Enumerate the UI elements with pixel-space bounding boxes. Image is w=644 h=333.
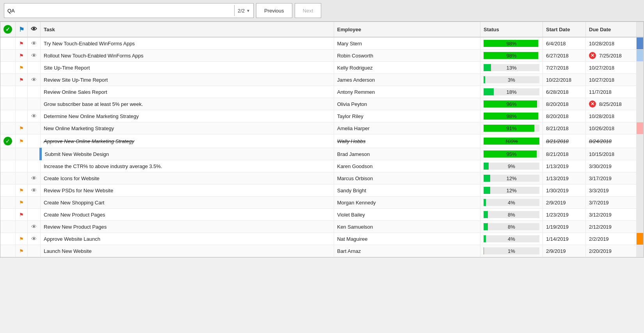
flag-cell[interactable]: ⚑ (16, 122, 28, 134)
flag-orange-icon[interactable]: ⚑ (19, 236, 24, 242)
start-date-cell: 6/27/2018 (543, 50, 586, 62)
table-row: ✓ ⚑ Approve New Online Marketing Strateg… (0, 134, 644, 148)
check-cell[interactable] (0, 209, 16, 221)
eye-icon[interactable]: 👁 (31, 52, 37, 59)
eye-cell[interactable] (28, 134, 41, 148)
flag-cell[interactable] (16, 172, 28, 184)
flag-cell[interactable]: ⚑ (16, 37, 28, 50)
col-employee-header[interactable]: Employee (334, 22, 480, 37)
eye-icon[interactable]: 👁 (31, 224, 37, 230)
col-status-header[interactable]: Status (480, 22, 543, 37)
flag-orange-icon[interactable]: ⚑ (19, 188, 24, 193)
flag-cell[interactable] (16, 221, 28, 233)
flag-cell[interactable]: ⚑ (16, 245, 28, 257)
eye-cell[interactable] (28, 209, 41, 221)
scroll-indicator-cell (637, 197, 644, 209)
eye-cell[interactable]: 👁 (28, 37, 41, 50)
flag-cell[interactable] (16, 110, 28, 122)
check-cell[interactable] (0, 122, 16, 134)
start-date-label: 6/27/2018 (546, 53, 569, 59)
check-all-icon[interactable]: ✓ (4, 25, 12, 34)
flag-cell[interactable]: ⚑ (16, 209, 28, 221)
eye-icon[interactable]: 👁 (31, 187, 37, 193)
eye-icon[interactable]: 👁 (31, 236, 37, 242)
employee-cell: Amelia Harper (334, 122, 480, 134)
eye-cell[interactable] (28, 122, 41, 134)
check-cell[interactable] (0, 86, 16, 98)
due-date-cell: 3/7/2019 (586, 197, 637, 209)
flag-orange-icon[interactable]: ⚑ (19, 125, 24, 131)
flag-cell[interactable] (16, 86, 28, 98)
check-cell[interactable] (0, 172, 16, 184)
check-cell[interactable] (0, 245, 16, 257)
eye-cell[interactable]: 👁 (28, 50, 41, 62)
col-due-header[interactable]: Due Date (586, 22, 637, 37)
flag-cell[interactable]: ⚑ (16, 197, 28, 209)
eye-cell[interactable]: 👁 (28, 74, 41, 86)
eye-cell[interactable] (28, 62, 41, 74)
eye-cell[interactable]: 👁 (28, 110, 41, 122)
search-counter-value: 2/2 (238, 8, 245, 14)
check-cell[interactable] (0, 37, 16, 50)
flag-orange-icon[interactable]: ⚑ (19, 248, 24, 254)
search-counter: 2/2 ▼ (235, 8, 253, 14)
eye-cell[interactable] (28, 197, 41, 209)
eye-cell[interactable]: 👁 (28, 172, 41, 184)
flag-red-icon[interactable]: ⚑ (19, 41, 24, 47)
flag-cell[interactable]: ⚑ (16, 184, 28, 197)
eye-icon[interactable]: 👁 (31, 77, 37, 83)
eye-cell[interactable] (28, 98, 41, 110)
eye-cell[interactable] (28, 148, 41, 160)
eye-icon[interactable]: 👁 (31, 40, 37, 47)
search-input[interactable] (4, 4, 234, 18)
check-cell[interactable] (0, 98, 16, 110)
counter-dropdown-arrow[interactable]: ▼ (246, 9, 250, 13)
due-date-label: 3/7/2019 (589, 200, 609, 206)
eye-icon[interactable]: 👁 (31, 113, 37, 119)
employee-label: Marcus Orbison (337, 175, 373, 181)
previous-button[interactable]: Previous (256, 3, 292, 18)
check-cell[interactable] (0, 233, 16, 245)
flag-cell[interactable]: ⚑ (16, 233, 28, 245)
check-cell[interactable] (0, 184, 16, 197)
check-cell[interactable] (0, 74, 16, 86)
col-start-header[interactable]: Start Date (543, 22, 586, 37)
row-check-icon[interactable]: ✓ (4, 137, 12, 145)
check-cell[interactable] (0, 221, 16, 233)
flag-cell[interactable]: ⚑ (16, 50, 28, 62)
eye-cell[interactable] (28, 86, 41, 98)
col-check-header: ✓ (0, 22, 16, 37)
next-button[interactable]: Next (295, 3, 322, 18)
check-cell[interactable] (0, 160, 16, 172)
flag-cell[interactable]: ⚑ (16, 74, 28, 86)
check-cell[interactable] (0, 50, 16, 62)
check-cell[interactable] (0, 110, 16, 122)
flag-red-icon[interactable]: ⚑ (19, 53, 24, 59)
check-cell[interactable] (0, 148, 16, 160)
eye-cell[interactable]: 👁 (28, 184, 41, 197)
eye-icon[interactable]: 👁 (31, 175, 37, 181)
flag-red-icon[interactable]: ⚑ (19, 77, 24, 83)
col-task-header[interactable]: Task (41, 22, 334, 37)
check-cell[interactable] (0, 62, 16, 74)
flag-orange-icon[interactable]: ⚑ (19, 200, 24, 206)
eye-cell[interactable]: 👁 (28, 233, 41, 245)
flag-orange-icon[interactable]: ⚑ (19, 65, 24, 71)
task-label: Grow subscriber base at least 5% per wee… (44, 101, 143, 107)
flag-cell[interactable] (16, 148, 28, 160)
table-row: ⚑ 👁 Approve Website Launch Nat Maguiree … (0, 233, 644, 245)
flag-cell[interactable] (16, 98, 28, 110)
employee-cell: Kelly Rodriguez (334, 62, 480, 74)
eye-cell[interactable] (28, 245, 41, 257)
due-date-cell: 2/20/2019 (586, 245, 637, 257)
flag-cell[interactable] (16, 160, 28, 172)
scroll-indicator-cell (637, 98, 644, 110)
eye-cell[interactable] (28, 160, 41, 172)
eye-cell[interactable]: 👁 (28, 221, 41, 233)
flag-orange-icon[interactable]: ⚑ (19, 138, 24, 144)
flag-cell[interactable]: ⚑ (16, 134, 28, 148)
flag-cell[interactable]: ⚑ (16, 62, 28, 74)
flag-red-icon[interactable]: ⚑ (19, 212, 24, 218)
check-cell[interactable] (0, 197, 16, 209)
check-cell[interactable]: ✓ (0, 134, 16, 148)
